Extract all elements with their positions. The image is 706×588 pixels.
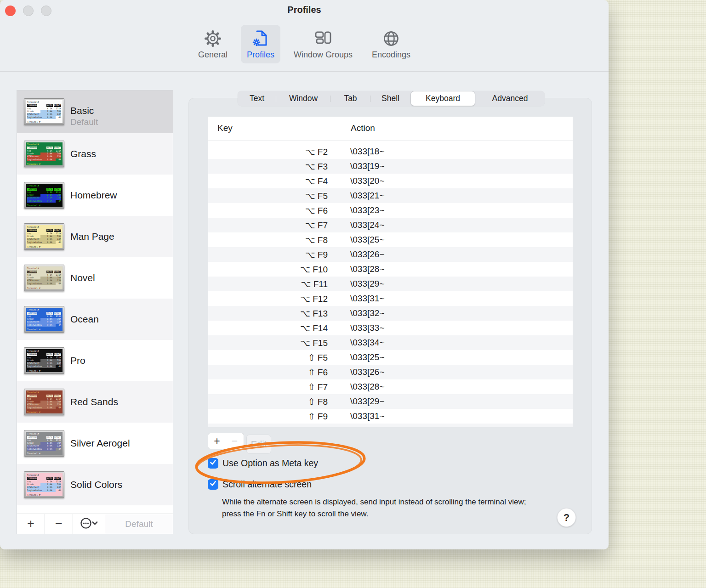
thumb-chip: %CPU — [46, 271, 53, 273]
key-cell: ⇧ F8 — [208, 396, 328, 407]
globe-icon — [381, 28, 401, 49]
thumb-chip: RPRVT — [54, 436, 61, 439]
thumb-chip: COMMAND — [27, 188, 37, 191]
checkbox-scroll-alternate-screen[interactable] — [208, 479, 218, 490]
table-row[interactable]: ⌥ F10 \033[28~ — [208, 262, 573, 277]
tab-shell[interactable]: Shell — [370, 91, 410, 106]
profile-item-ocean[interactable]: Terminal# COMMAND%CPURPRVT top4.1%231K X… — [17, 299, 173, 340]
table-row[interactable]: ⌥ F7 \033[24~ — [208, 218, 573, 232]
table-row[interactable]: ⌥ F6 \033[23~ — [208, 203, 573, 218]
preferences-window: Profiles General Profiles Window Groups … — [0, 0, 609, 549]
thumb-chip: COMMAND — [27, 104, 37, 107]
profile-name: Grass — [70, 148, 96, 159]
toolbar-item-general[interactable]: General — [192, 25, 233, 63]
profile-item-silver-aerogel[interactable]: Terminal# COMMAND%CPURPRVT top4.1%231K X… — [17, 423, 173, 464]
table-row[interactable]: ⌥ F14 \033[33~ — [208, 321, 573, 335]
thumb-chip: %CPU — [46, 395, 53, 397]
key-cell: ⌥ F8 — [208, 235, 328, 245]
table-row[interactable]: ⇧ F6 \033[26~ — [208, 365, 573, 379]
profile-item-grass[interactable]: Terminal# COMMAND%CPURPRVT top4.1%231K X… — [17, 133, 173, 175]
window-title: Profiles — [0, 5, 609, 15]
more-options-button[interactable] — [73, 514, 105, 534]
action-cell: \033[21~ — [328, 191, 385, 201]
profile-item-homebrew[interactable]: Terminal# COMMAND%CPURPRVT top4.1%231K X… — [17, 175, 173, 216]
tab-tab[interactable]: Tab — [330, 91, 370, 106]
thumb-chip: COMMAND — [27, 147, 37, 149]
thumb-chip: RPRVT — [54, 188, 61, 191]
table-row[interactable]: ⇧ F8 \033[29~ — [208, 394, 573, 409]
thumb-chip: RPRVT — [54, 395, 61, 397]
keyboard-shortcuts-table: Key Action ⌥ F2 \033[18~⌥ F3 \033[19~⌥ F… — [208, 117, 573, 427]
column-header-key[interactable]: Key — [217, 123, 233, 133]
thumb-screen: Terminal# COMMAND%CPURPRVT top4.1%231K X… — [26, 184, 63, 207]
option-row: Scroll alternate screen — [208, 478, 312, 490]
table-row[interactable]: ⇧ F9 \033[31~ — [208, 409, 573, 424]
column-header-action[interactable]: Action — [351, 123, 375, 133]
edit-shortcut-button[interactable]: Edit — [246, 435, 271, 454]
add-shortcut-button[interactable]: + — [208, 433, 226, 449]
toolbar-item-window-groups[interactable]: Window Groups — [288, 25, 359, 63]
thumb-process-row: loginwindow0.0%4M — [27, 158, 61, 161]
checkbox-label: Use Option as Meta key — [222, 458, 318, 469]
profile-item-solid-colors[interactable]: Terminal# COMMAND%CPURPRVT top4.1%231K X… — [17, 464, 173, 505]
thumb-screen: Terminal# COMMAND%CPURPRVT top4.1%231K X… — [26, 142, 63, 165]
table-row[interactable]: ⌥ F9 \033[26~ — [208, 247, 573, 262]
table-row[interactable]: ⌥ F5 \033[21~ — [208, 188, 573, 203]
table-row[interactable]: ⌥ F8 \033[25~ — [208, 232, 573, 247]
table-header: Key Action — [208, 117, 573, 141]
key-cell: ⌥ F5 — [208, 191, 328, 201]
tab-window[interactable]: Window — [276, 91, 330, 106]
profile-name: Basic — [70, 105, 94, 116]
tab-text[interactable]: Text — [238, 91, 276, 106]
thumb-chip: %CPU — [46, 229, 53, 232]
default-profile-button[interactable]: Default — [105, 514, 173, 534]
table-row[interactable]: ⌥ F15 \033[34~ — [208, 335, 573, 350]
action-cell: \033[26~ — [328, 249, 385, 260]
thumb-chip: %CPU — [46, 477, 53, 480]
thumb-process-row: loginwindow0.0%4M — [27, 407, 61, 409]
profile-name: Red Sands — [70, 396, 118, 407]
tab-advanced[interactable]: Advanced — [475, 91, 545, 106]
checkbox-use-option-as-meta-key[interactable] — [208, 458, 218, 469]
profile-item-basic[interactable]: Terminal# COMMAND%CPURPRVT top4.1%231K X… — [17, 90, 173, 133]
table-row[interactable]: ⌥ F2 \033[18~ — [208, 144, 573, 159]
profile-item-novel[interactable]: Terminal# COMMAND%CPURPRVT top4.1%231K X… — [17, 257, 173, 299]
profile-item-man-page[interactable]: Terminal# COMMAND%CPURPRVT top4.1%231K X… — [17, 216, 173, 257]
remove-shortcut-button[interactable]: − — [226, 433, 244, 449]
key-cell: ⌥ F4 — [208, 176, 328, 187]
table-row[interactable]: ⇧ F5 \033[25~ — [208, 350, 573, 365]
thumb-chip: COMMAND — [27, 312, 37, 315]
toolbar-item-encodings[interactable]: Encodings — [366, 25, 416, 63]
action-cell: \033[19~ — [328, 161, 385, 171]
toolbar-item-label: Profiles — [247, 50, 274, 60]
profile-item-red-sands[interactable]: Terminal# COMMAND%CPURPRVT top4.1%231K X… — [17, 381, 173, 423]
table-row[interactable]: ⌥ F12 \033[31~ — [208, 291, 573, 306]
table-top-spacer — [208, 141, 573, 144]
action-cell: \033[34~ — [328, 338, 385, 348]
profile-thumbnail: Terminal# COMMAND%CPURPRVT top4.1%231K X… — [24, 306, 64, 333]
thumb-screen: Terminal# COMMAND%CPURPRVT top4.1%231K X… — [26, 390, 63, 413]
action-cell: \033[31~ — [328, 294, 385, 304]
profile-thumbnail: Terminal# COMMAND%CPURPRVT top4.1%231K X… — [24, 182, 64, 209]
action-cell: \033[32~ — [328, 308, 385, 318]
tab-keyboard[interactable]: Keyboard — [410, 91, 475, 106]
remove-profile-button[interactable]: − — [45, 514, 74, 534]
key-cell: ⌥ F3 — [208, 161, 328, 172]
key-cell: ⌥ F11 — [208, 279, 328, 289]
thumb-chip: RPRVT — [54, 477, 61, 480]
table-row[interactable]: ⌥ F11 \033[29~ — [208, 277, 573, 291]
thumb-chip: COMMAND — [27, 271, 37, 273]
add-profile-button[interactable]: + — [17, 514, 45, 534]
profile-item-pro[interactable]: Terminal# COMMAND%CPURPRVT top4.1%231K X… — [17, 340, 173, 381]
table-row[interactable]: ⌥ F13 \033[32~ — [208, 306, 573, 321]
profile-thumbnail: Terminal# COMMAND%CPURPRVT top4.1%231K X… — [24, 265, 64, 291]
toolbar-item-profiles[interactable]: Profiles — [241, 25, 280, 63]
table-row[interactable]: ⌥ F3 \033[19~ — [208, 159, 573, 174]
profile-thumbnail: Terminal# COMMAND%CPURPRVT top4.1%231K X… — [24, 347, 64, 374]
table-row[interactable]: ⇧ F7 \033[28~ — [208, 379, 573, 394]
table-row[interactable]: ⌥ F4 \033[20~ — [208, 174, 573, 188]
column-divider[interactable] — [339, 121, 339, 136]
toolbar-item-label: Window Groups — [294, 50, 353, 60]
thumb-screen: Terminal# COMMAND%CPURPRVT top4.1%231K X… — [26, 100, 63, 123]
help-button[interactable]: ? — [557, 508, 576, 527]
